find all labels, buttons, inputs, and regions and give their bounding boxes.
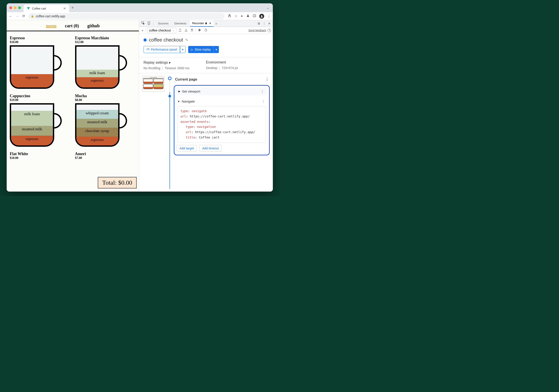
menu-icon[interactable]: ⋮ bbox=[267, 14, 270, 18]
cup-graphic: milk foam steamed milk espresso bbox=[10, 103, 63, 148]
tab-close-icon[interactable]: ✕ bbox=[209, 22, 211, 25]
vue-favicon-icon bbox=[27, 7, 30, 10]
step-icon[interactable] bbox=[197, 28, 202, 32]
close-devtools-icon[interactable]: ✕ bbox=[268, 22, 271, 25]
window-controls bbox=[9, 6, 21, 9]
performance-panel-button[interactable]: Performance panel ▾ bbox=[144, 46, 186, 53]
settings-icon[interactable]: ⚙ bbox=[257, 22, 261, 25]
new-tab-button[interactable]: + bbox=[71, 6, 74, 10]
layer-espresso: espresso bbox=[11, 74, 53, 88]
cart-total[interactable]: Total: $0.00 bbox=[98, 177, 137, 188]
product-price: $18.00 bbox=[10, 156, 71, 160]
webpage: menu cart (0) github Espresso $10.00 esp… bbox=[7, 20, 139, 192]
recording-select[interactable]: coffee checkout ⌄ bbox=[147, 28, 177, 33]
product-price: $19.00 bbox=[10, 98, 71, 102]
cup-graphic: espresso bbox=[10, 45, 63, 90]
inspect-icon[interactable] bbox=[141, 21, 145, 26]
add-timeout-button[interactable]: Add timeout bbox=[199, 145, 222, 151]
layer-steamed-milk: steamed milk bbox=[11, 126, 53, 136]
product-price: $7.00 bbox=[75, 156, 136, 160]
address-bar: ← → ⟳ 🔒 coffee-cart.netlify.app ☆ ✦ ⋮ bbox=[7, 12, 273, 20]
svg-rect-0 bbox=[228, 16, 231, 17]
close-window-button[interactable] bbox=[9, 6, 12, 9]
continue-icon[interactable] bbox=[203, 28, 208, 32]
product-name: Cappuccino bbox=[10, 94, 71, 98]
kebab-icon[interactable]: ⋮ bbox=[262, 22, 266, 25]
environment-settings: Environment Desktop|723×574 px bbox=[206, 60, 268, 70]
step-menu-icon[interactable]: ⋮ bbox=[261, 99, 266, 103]
delete-icon[interactable] bbox=[190, 28, 194, 32]
step-navigate[interactable]: ▼ Navigate ⋮ bbox=[177, 98, 267, 105]
browser-tab[interactable]: Coffee cart ✕ bbox=[24, 5, 69, 12]
import-icon[interactable] bbox=[184, 28, 188, 32]
recording-header: coffee checkout ✎ bbox=[139, 34, 273, 46]
svg-point-7 bbox=[148, 50, 148, 50]
device-icon[interactable] bbox=[147, 21, 151, 26]
product-price: $12.00 bbox=[75, 40, 136, 44]
timeline: menu cart github Current page ⋮ bbox=[139, 73, 273, 192]
add-target-button[interactable]: Add target bbox=[177, 145, 197, 151]
tab-title: Coffee cart bbox=[32, 7, 46, 10]
edit-icon[interactable]: ✎ bbox=[185, 38, 188, 42]
extensions-icon[interactable]: ✦ bbox=[240, 14, 243, 18]
tabs-overflow-icon[interactable]: ⌄ bbox=[267, 6, 269, 9]
step-menu-icon[interactable]: ⋮ bbox=[260, 89, 265, 93]
svg-point-3 bbox=[261, 15, 262, 16]
nav-cart[interactable]: cart (0) bbox=[65, 23, 79, 28]
forward-button[interactable]: → bbox=[16, 14, 19, 18]
step-set-viewport[interactable]: ▶ Set viewport ⋮ bbox=[177, 88, 267, 95]
layer-espresso: espresso bbox=[76, 136, 118, 145]
export-icon[interactable] bbox=[178, 28, 182, 32]
step-details: type: navigate url: https://coffee-cart.… bbox=[177, 106, 266, 143]
chevron-down-icon: ⌄ bbox=[173, 29, 174, 32]
feedback-link[interactable]: Send feedback bbox=[248, 29, 266, 32]
maximize-window-button[interactable] bbox=[18, 6, 21, 9]
help-icon[interactable]: ? bbox=[268, 29, 271, 32]
reload-button[interactable]: ⟳ bbox=[22, 14, 25, 18]
slow-replay-button[interactable]: ▷Slow replay ▾ bbox=[188, 46, 219, 53]
url-field[interactable]: 🔒 coffee-cart.netlify.app bbox=[28, 13, 225, 19]
product-grid: Espresso $10.00 espresso Espresso Macchi… bbox=[7, 31, 139, 166]
nav-menu[interactable]: menu bbox=[46, 23, 56, 28]
back-button[interactable]: ← bbox=[9, 14, 12, 18]
settings-row: Replay settings ▸ No throttling|Timeout:… bbox=[139, 57, 273, 73]
screenshot-thumbnail[interactable]: menu cart github bbox=[142, 76, 164, 92]
replay-settings[interactable]: Replay settings ▸ No throttling|Timeout:… bbox=[144, 60, 206, 70]
product-cappuccino[interactable]: Cappuccino $19.00 milk foam steamed milk… bbox=[10, 94, 71, 148]
product-name: Ameri bbox=[75, 151, 136, 156]
bookmark-icon[interactable]: ☆ bbox=[234, 14, 237, 18]
product-flat-white[interactable]: Flat White $18.00 bbox=[10, 151, 71, 161]
layer-milk-foam: milk foam bbox=[76, 70, 118, 77]
share-icon[interactable] bbox=[228, 14, 231, 18]
recording-status-dot bbox=[144, 38, 147, 42]
nav-github[interactable]: github bbox=[87, 23, 100, 28]
layer-chocolate-syrup: chocolate syrup bbox=[76, 128, 118, 136]
add-recording-icon[interactable]: + bbox=[141, 28, 144, 32]
tab-elements[interactable]: Elements bbox=[172, 20, 189, 27]
tab-sources[interactable]: Sources bbox=[156, 20, 171, 27]
step-current-page: Current page ⋮ bbox=[175, 76, 270, 83]
product-name: Espresso bbox=[10, 36, 71, 40]
product-espresso[interactable]: Espresso $10.00 espresso bbox=[10, 36, 71, 90]
layer-whipped-cream: whipped cream bbox=[76, 110, 118, 119]
more-tabs-icon[interactable]: » bbox=[215, 22, 217, 25]
layer-espresso: espresso bbox=[76, 77, 118, 88]
chevron-right-icon: ▸ bbox=[169, 60, 171, 65]
panel-icon[interactable] bbox=[253, 14, 256, 18]
browser-window: Coffee cart ✕ + ⌄ ← → ⟳ 🔒 coffee-cart.ne… bbox=[7, 3, 273, 192]
chevron-down-icon[interactable]: ▾ bbox=[180, 46, 186, 53]
tab-recorder[interactable]: Recorder ✕ bbox=[190, 20, 214, 27]
steps-list: Current page ⋮ ▶ Set viewport ⋮ ▼ Naviga… bbox=[167, 76, 270, 189]
minimize-window-button[interactable] bbox=[14, 6, 17, 9]
devtools-panel: Sources Elements Recorder ✕ » ⚙ ⋮ ✕ + co… bbox=[139, 20, 273, 192]
tab-close-icon[interactable]: ✕ bbox=[63, 7, 66, 10]
step-menu-icon[interactable]: ⋮ bbox=[264, 77, 270, 81]
layer-espresso: espresso bbox=[11, 136, 53, 145]
profile-avatar[interactable] bbox=[259, 14, 264, 19]
product-macchiato[interactable]: Espresso Macchiato $12.00 milk foam espr… bbox=[75, 36, 136, 90]
product-americano[interactable]: Ameri $7.00 bbox=[75, 151, 136, 161]
product-mocha[interactable]: Mocha $8.00 whipped cream steamed milk c… bbox=[75, 94, 136, 148]
lock-icon: 🔒 bbox=[31, 15, 34, 18]
labs-icon[interactable] bbox=[246, 14, 250, 18]
chevron-down-icon[interactable]: ▾ bbox=[214, 46, 219, 53]
